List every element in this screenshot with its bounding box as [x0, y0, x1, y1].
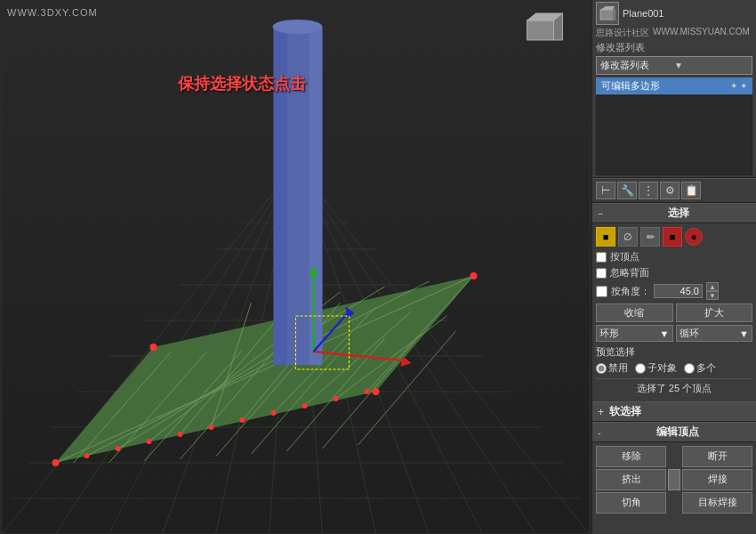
sel-icon-vertex[interactable]: ■ — [596, 227, 615, 247]
modifier-dropdown-label: 修改器列表 — [600, 59, 674, 72]
ring-dropdown[interactable]: 环形 ▼ — [596, 325, 673, 342]
radio-child[interactable] — [635, 363, 646, 374]
radio-disabled-text: 禁用 — [608, 361, 628, 375]
soft-select-section[interactable]: + 软选择 — [592, 401, 756, 422]
selection-section-header[interactable]: − 选择 — [592, 203, 756, 223]
btn-remove[interactable]: 移除 — [596, 446, 666, 467]
toolbar-icon-clipboard[interactable]: 📋 — [681, 182, 701, 199]
preview-area — [596, 95, 752, 175]
svg-point-59 — [365, 389, 370, 394]
sel-icon-border[interactable]: ✏ — [640, 227, 660, 247]
toolbar-icon-gear[interactable]: ⚙ — [660, 182, 680, 199]
checkbox-backface[interactable] — [596, 268, 607, 279]
selection-toggle: − — [598, 208, 603, 219]
edit-vertices-title: 编辑顶点 — [605, 425, 751, 440]
angle-spinner[interactable]: ▲ ▼ — [706, 282, 719, 300]
modifier-dropdown[interactable]: 修改器列表 ▼ — [596, 56, 752, 75]
btn-target-weld[interactable]: 目标焊接 — [682, 492, 752, 514]
svg-point-51 — [116, 446, 121, 451]
top-info: Plane001 思路设计社区 WWW.MISSYUAN.COM 修改器列表 修… — [592, 0, 756, 178]
toolbar-icon-dots[interactable]: ⋮ — [639, 182, 658, 199]
modifier-item-icons: ✦ ✦ — [730, 81, 747, 91]
top-label-2: WWW.MISSYUAN.COM — [653, 27, 750, 39]
object-icon — [596, 2, 619, 25]
svg-point-56 — [271, 410, 277, 416]
expand-button[interactable]: 扩大 — [676, 303, 753, 322]
loop-dropdown[interactable]: 循环 ▼ — [676, 325, 753, 342]
radio-disabled[interactable] — [596, 363, 607, 374]
selection-content: ■ ∅ ✏ ■ ● 按顶点 忽略背面 按角度： — [592, 223, 756, 401]
edit-vertices-toggle: - — [598, 427, 601, 438]
object-name-text: Plane001 — [623, 8, 752, 19]
svg-marker-75 — [600, 6, 615, 10]
svg-point-50 — [84, 453, 90, 458]
sel-icon-element[interactable]: ● — [685, 228, 703, 246]
modifier-label: 修改器列表 — [596, 41, 752, 54]
svg-point-54 — [209, 425, 214, 430]
ring-label: 环形 — [599, 327, 619, 340]
svg-point-46 — [52, 459, 60, 466]
angle-row: 按角度： ▲ ▼ — [596, 282, 752, 300]
svg-point-55 — [240, 417, 245, 423]
watermark: WWW.3DXY.COM — [7, 7, 98, 18]
toolbar-icon-wrench[interactable]: 🔧 — [617, 182, 637, 199]
icon-toolbar: ⊢ 🔧 ⋮ ⚙ 📋 — [592, 178, 756, 203]
btn-chamfer[interactable]: 切角 — [596, 492, 666, 514]
btn-extrude[interactable]: 挤出 — [596, 469, 666, 490]
edit-vertices-header[interactable]: - 编辑顶点 — [592, 422, 756, 442]
selection-section: − 选择 ■ ∅ ✏ ■ ● 按顶点 忽略背面 — [592, 203, 756, 401]
checkbox-angle[interactable] — [596, 286, 607, 297]
radio-child-label[interactable]: 子对象 — [635, 361, 677, 375]
svg-point-63 — [273, 20, 323, 34]
top-label-1: 思路设计社区 — [596, 27, 649, 39]
radio-multi[interactable] — [684, 363, 695, 374]
btn-break[interactable]: 断开 — [682, 446, 752, 467]
radio-child-text: 子对象 — [647, 361, 677, 375]
svg-rect-74 — [600, 10, 615, 20]
angle-label: 按角度： — [611, 285, 650, 298]
checkbox-vertex-row: 按顶点 — [596, 250, 752, 263]
btn-weld[interactable]: 焊接 — [682, 469, 752, 490]
soft-select-toggle: + — [598, 406, 604, 418]
svg-point-48 — [373, 388, 380, 395]
btn-extrude-sq[interactable] — [668, 469, 680, 490]
right-panel: Plane001 思路设计社区 WWW.MISSYUAN.COM 修改器列表 修… — [591, 0, 756, 534]
angle-input[interactable] — [654, 284, 703, 298]
svg-point-58 — [334, 396, 339, 401]
svg-point-49 — [470, 272, 478, 279]
svg-rect-62 — [310, 27, 323, 365]
radio-disabled-label[interactable]: 禁用 — [596, 361, 628, 375]
modifier-dropdown-arrow: ▼ — [674, 61, 748, 70]
shrink-button[interactable]: 收缩 — [596, 303, 673, 322]
spinner-down[interactable]: ▼ — [706, 291, 719, 300]
svg-point-57 — [302, 403, 308, 409]
annotation-text: 保持选择状态点击 — [178, 73, 306, 94]
soft-select-title: 软选择 — [609, 404, 641, 419]
edit-vertices-section: - 编辑顶点 移除 断开 挤出 焊接 切角 目标焊接 — [592, 422, 756, 517]
checkbox-backface-label: 忽略背面 — [610, 266, 649, 279]
modifier-item-label: 可编辑多边形 — [601, 79, 660, 93]
selected-count: 选择了 25 个顶点 — [596, 378, 752, 398]
sel-icon-edge[interactable]: ∅ — [618, 227, 638, 247]
modifier-list-item[interactable]: 可编辑多边形 ✦ ✦ — [596, 77, 752, 94]
svg-point-47 — [150, 344, 157, 351]
radio-multi-text: 多个 — [696, 361, 716, 375]
toolbar-icon-pin[interactable]: ⊢ — [596, 182, 615, 199]
object-name-bar: Plane001 — [596, 2, 752, 25]
selection-title: 选择 — [607, 206, 751, 221]
ring-arrow: ▼ — [660, 328, 670, 339]
sel-icon-poly[interactable]: ■ — [663, 227, 682, 247]
spinner-up[interactable]: ▲ — [706, 282, 719, 291]
svg-rect-71 — [527, 20, 554, 40]
edit-btn-grid: 移除 断开 挤出 焊接 切角 目标焊接 — [592, 442, 756, 517]
main-container: WWW.3DXY.COM 保持选择状态点击 Plane001 思路设计社区 WW… — [0, 0, 756, 534]
checkbox-vertex[interactable] — [596, 252, 607, 263]
shrink-expand-row: 收缩 扩大 — [596, 303, 752, 322]
checkbox-vertex-label: 按顶点 — [610, 250, 639, 263]
loop-label: 循环 — [680, 327, 699, 340]
preview-select-header: 预览选择 — [596, 345, 752, 359]
radio-multi-label[interactable]: 多个 — [684, 361, 716, 375]
top-labels: 思路设计社区 WWW.MISSYUAN.COM — [596, 27, 752, 39]
viewport[interactable]: WWW.3DXY.COM 保持选择状态点击 — [0, 0, 591, 534]
radio-row: 禁用 子对象 多个 — [596, 361, 752, 375]
